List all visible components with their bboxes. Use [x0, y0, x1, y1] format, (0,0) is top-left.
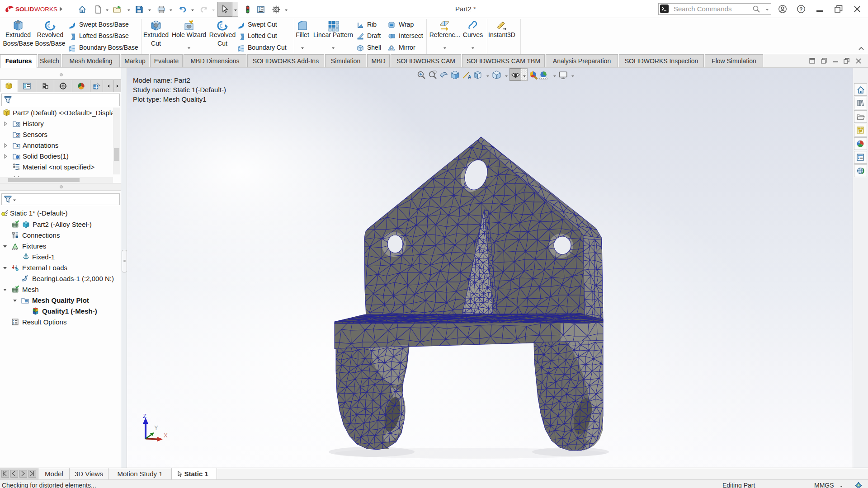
svg-text:Y: Y [154, 424, 158, 431]
svg-text:SOLID: SOLID [15, 6, 34, 13]
svg-text:WORKS: WORKS [34, 6, 57, 13]
svg-text:?: ? [799, 6, 802, 13]
svg-text:A: A [16, 144, 19, 148]
svg-text:X: X [164, 432, 168, 439]
svg-text:Z: Z [143, 413, 146, 419]
